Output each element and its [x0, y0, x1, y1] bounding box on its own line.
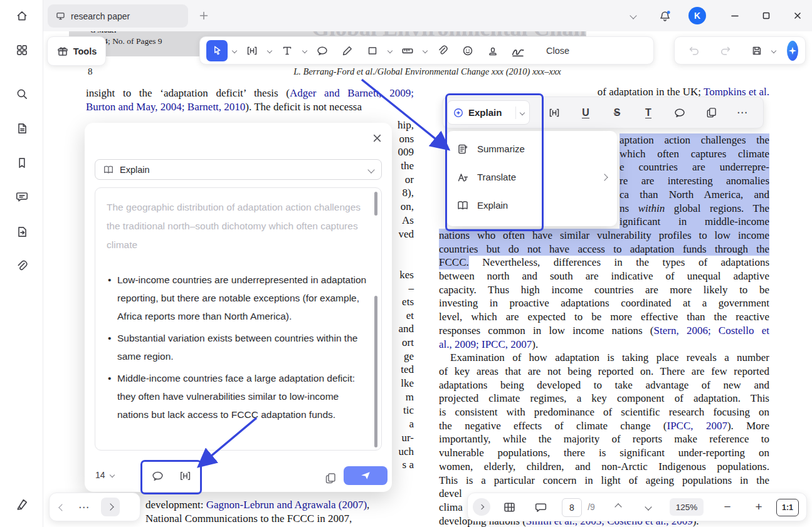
pages-icon[interactable]	[14, 121, 29, 136]
shape-tool-button[interactable]	[362, 40, 383, 61]
attach-tool-button[interactable]	[432, 40, 453, 61]
thumbnail-view-icon[interactable]	[498, 493, 520, 521]
popup-comment-icon[interactable]	[669, 102, 690, 123]
scrollbar-thumb[interactable]	[374, 296, 377, 447]
annotations-panel-icon[interactable]	[529, 493, 552, 521]
text-tool-button[interactable]	[277, 40, 298, 61]
pdf-text-line: al., 2009; IPCC, 2007).	[439, 338, 769, 352]
popup-highlight-icon[interactable]	[544, 102, 565, 123]
stamp-tool-button[interactable]	[482, 40, 504, 61]
more-pages-icon[interactable]: ⋯	[78, 501, 90, 514]
copy-icon[interactable]	[320, 467, 341, 489]
tabs-dropdown-chevron[interactable]	[626, 8, 641, 23]
popup-copy-icon[interactable]	[700, 102, 722, 123]
pdf-left-column: insight to the ‘adaptation deficit’ thes…	[86, 86, 414, 113]
pdf-text-line: nations who often have similar vulnerabi…	[439, 229, 769, 243]
comment-tool-button[interactable]	[312, 40, 333, 61]
send-button[interactable]	[344, 466, 388, 485]
dialog-mode-select[interactable]: Explain	[95, 159, 382, 180]
select-tool-button[interactable]	[206, 40, 228, 61]
apps-grid-icon[interactable]	[14, 43, 29, 58]
new-tab-button[interactable]	[196, 8, 211, 23]
book-icon	[103, 164, 114, 175]
previous-page-button[interactable]	[607, 493, 630, 521]
comments-icon[interactable]	[14, 189, 29, 204]
home-icon[interactable]	[14, 8, 29, 23]
explain-button[interactable]: Explain	[447, 100, 530, 125]
sticker-tool-button[interactable]	[457, 40, 478, 61]
explain-book-icon	[456, 199, 469, 212]
page-nav-mini-bar: ⋯	[49, 493, 140, 521]
ai-assistant-button[interactable]	[787, 41, 798, 61]
running-header: L. Berrang-Ford et al./Global Environmen…	[43, 66, 812, 77]
signature-tool-button[interactable]	[507, 40, 529, 61]
pdf-text-line: capacity. Thus high income countries are…	[439, 283, 769, 297]
pdf-text-line: projected climate regimes, a key compone…	[439, 392, 769, 405]
search-icon[interactable]	[14, 86, 29, 102]
menu-item-summarize[interactable]: Summarize	[446, 135, 617, 163]
attachment-icon[interactable]	[14, 259, 29, 274]
popup-underline-icon[interactable]: U	[575, 102, 596, 123]
translate-submenu-chevron	[601, 174, 608, 180]
dialog-close-icon[interactable]	[371, 132, 383, 144]
window-close-button[interactable]	[790, 8, 805, 23]
next-page-button[interactable]	[101, 498, 120, 516]
dialog-placeholder-text: The geographic distribution of adaptatio…	[107, 198, 370, 254]
dialog-text-area[interactable]: The geographic distribution of adaptatio…	[95, 187, 382, 451]
save-chevron[interactable]	[771, 49, 777, 53]
bookmark-icon[interactable]	[14, 155, 29, 170]
pen-tool-button[interactable]	[337, 40, 358, 61]
select-tool-chevron[interactable]	[231, 49, 238, 53]
user-avatar[interactable]: K	[688, 7, 706, 24]
redo-button[interactable]	[715, 40, 736, 61]
gift-icon	[56, 45, 69, 58]
pdf-text-line: insight to the ‘adaptation deficit’ thes…	[86, 86, 414, 100]
insert-highlight-icon[interactable]	[174, 465, 196, 486]
menu-item-translate[interactable]: Translate	[446, 163, 617, 191]
pdf-text-line: FCCC. Nevertheless, differences in the t…	[439, 256, 769, 269]
expand-panel-button[interactable]	[473, 498, 490, 516]
next-page-button-2[interactable]	[637, 493, 660, 521]
tab-bar: research paper K	[43, 0, 812, 31]
view-controls-bar: 8 /9 125% − + 1:1	[467, 493, 807, 521]
scrollbar-thumb-top[interactable]	[374, 192, 377, 216]
dialog-mode-chevron	[367, 166, 374, 173]
zoom-level-select[interactable]: 125%	[670, 498, 704, 516]
add-comment-icon[interactable]	[147, 465, 168, 486]
window-minimize-button[interactable]	[727, 8, 742, 23]
highlight-tool-chevron[interactable]	[266, 49, 273, 53]
save-button[interactable]	[746, 40, 767, 61]
actual-size-button[interactable]: 1:1	[776, 499, 799, 516]
page-export-icon[interactable]	[14, 224, 29, 239]
menu-item-explain[interactable]: Explain	[446, 191, 617, 219]
measure-tool-chevron[interactable]	[422, 49, 428, 53]
prev-page-chevron[interactable]	[60, 501, 65, 513]
close-edit-button[interactable]: Close	[540, 42, 576, 60]
pdf-text-line: the negative effects of climate change (…	[439, 419, 769, 433]
text-tool-chevron[interactable]	[302, 49, 308, 53]
tools-button[interactable]: Tools	[47, 36, 106, 66]
ink-pen-icon[interactable]	[14, 497, 29, 512]
shape-tool-chevron[interactable]	[387, 49, 393, 53]
pdf-text-line: importantly, while the majority of repor…	[439, 432, 769, 446]
measure-tool-button[interactable]	[397, 40, 418, 61]
explain-button-chevron[interactable]	[520, 110, 525, 115]
popup-strikethrough-icon[interactable]: S	[606, 102, 628, 123]
dialog-bullet: Middle-income countries face a large ada…	[107, 369, 370, 424]
highlight-tool-button[interactable]	[241, 40, 263, 61]
pdf-text-line: is consistent with predominance of scien…	[439, 405, 769, 419]
page-number-input[interactable]: 8	[562, 498, 582, 517]
history-save-toolbar	[674, 36, 806, 65]
zoom-in-button[interactable]: +	[747, 493, 770, 521]
window-maximize-button[interactable]	[759, 8, 774, 23]
notification-bell-icon[interactable]	[657, 8, 672, 23]
undo-button[interactable]	[683, 40, 705, 61]
pdf-text-line: adaptations being developed to take adva…	[439, 378, 769, 392]
pdf-text-line: of key areas that are not being reported…	[439, 365, 769, 378]
font-size-select[interactable]: 14	[95, 470, 114, 480]
popup-more-icon[interactable]: ⋯	[732, 102, 753, 123]
zoom-out-button[interactable]: −	[716, 493, 739, 521]
tab-research-paper[interactable]: research paper	[48, 4, 188, 28]
popup-text-icon[interactable]: T	[638, 102, 659, 123]
pdf-text-line: This is a particular concern in light of…	[439, 474, 769, 488]
